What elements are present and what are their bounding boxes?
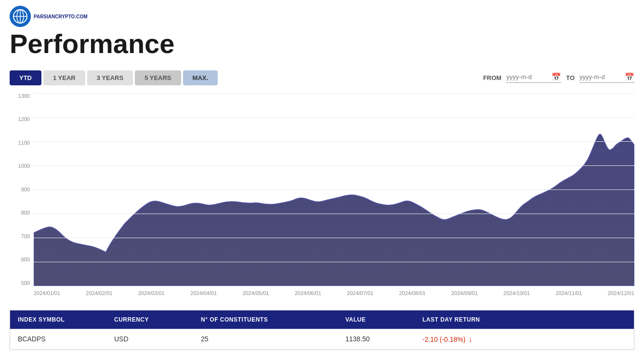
tab-ytd[interactable]: YTD [10,70,41,85]
header-constituents: N° OF CONSTITUENTS [193,310,338,329]
grid-line-1100 [34,141,634,142]
tab-5years[interactable]: 5 YEARS [135,70,181,85]
x-axis: 2024/01/01 2024/02/01 2024/03/01 2024/04… [34,286,634,300]
down-arrow-icon: ↓ [468,335,472,344]
x-label-aug: 2024/08/01 [399,290,425,296]
grid-line-900 [34,189,634,190]
y-label-700: 700 [10,233,34,239]
y-label-900: 900 [10,187,34,192]
logo: PARSIANCRYPTO.COM [10,6,88,27]
tab-max[interactable]: MAX. [183,70,218,85]
chart-area: 1300 1200 1100 1000 900 800 700 600 500 [0,93,644,300]
cell-index-symbol: BCADPS [10,329,106,350]
x-label-apr: 2024/04/01 [190,290,217,296]
cell-last-day-return: -2.10 (-0.18%) ↓ [415,329,634,350]
chart-inner [34,93,634,286]
cell-currency: USD [106,329,193,350]
y-label-600: 600 [10,256,34,262]
cell-constituents: 25 [193,329,338,350]
performance-table: INDEX SYMBOL CURRENCY N° OF CONSTITUENTS… [10,310,634,350]
tab-1year[interactable]: 1 YEAR [43,70,85,85]
x-label-feb: 2024/02/01 [86,290,112,296]
y-label-800: 800 [10,210,34,216]
y-label-1100: 1100 [10,140,34,146]
y-label-500: 500 [10,280,34,286]
header-last-day-return: LAST DAY RETURN [415,310,634,329]
to-calendar-icon[interactable]: 📅 [625,72,634,81]
x-label-nov: 2024/11/01 [555,290,582,296]
controls-row: YTD 1 YEAR 3 YEARS 5 YEARS MAX. FROM 📅 T… [0,63,644,93]
table-header: INDEX SYMBOL CURRENCY N° OF CONSTITUENTS… [10,310,634,329]
grid-line-1000 [34,165,634,166]
x-label-may: 2024/05/01 [242,290,269,296]
x-label-dec: 2024/12/01 [608,290,634,296]
grid-line-1300 [34,93,634,94]
x-label-jul: 2024/07/01 [347,290,373,296]
y-axis: 1300 1200 1100 1000 900 800 700 600 500 [10,93,34,286]
header-currency: CURRENCY [106,310,193,329]
x-label-jan: 2024/01/01 [34,290,60,296]
y-label-1300: 1300 [10,93,34,99]
header-value: VALUE [338,310,415,329]
grid-lines [34,93,634,286]
tab-3years[interactable]: 3 YEARS [87,70,133,85]
from-date-input[interactable] [506,73,550,81]
y-label-1000: 1000 [10,163,34,169]
grid-line-1200 [34,117,634,118]
to-date-input[interactable] [579,73,623,81]
date-controls: FROM 📅 TO 📅 [483,72,634,83]
x-label-sep: 2024/09/01 [451,290,478,296]
grid-line-700 [34,238,634,238]
grid-line-600 [34,262,634,262]
header-index-symbol: INDEX SYMBOL [10,310,106,329]
cell-value: 1138.50 [338,329,415,350]
x-label-oct: 2024/10/01 [503,290,530,296]
x-label-jun: 2024/06/01 [295,290,321,296]
from-label: FROM [483,74,501,81]
grid-line-800 [34,214,634,214]
from-calendar-icon[interactable]: 📅 [552,72,561,81]
x-label-mar: 2024/03/01 [138,290,165,296]
page-title: Performance [10,29,634,59]
table-row: BCADPS USD 25 1138.50 -2.10 (-0.18%) ↓ [10,329,634,350]
logo-text: PARSIANCRYPTO.COM [34,14,88,19]
y-label-1200: 1200 [10,116,34,122]
return-value: -2.10 (-0.18%) [422,336,465,343]
to-label: TO [566,74,575,81]
